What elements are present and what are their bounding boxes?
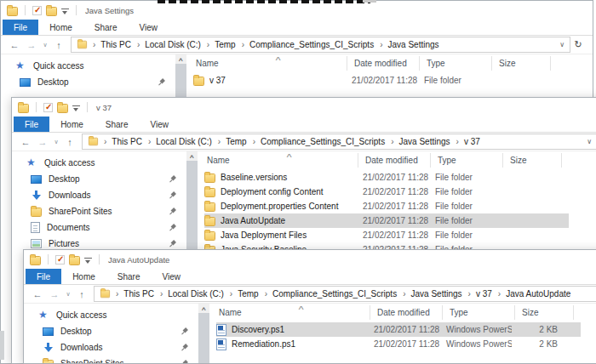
sidebar-item-sharepoint-sites[interactable]: SharePoint Sites [24,355,198,363]
column-header-type[interactable]: Type [430,153,502,168]
tab-home[interactable]: Home [38,20,83,35]
column-header-name[interactable]: Name [204,153,358,168]
qat-new-folder-icon[interactable] [57,104,68,113]
column-header-name[interactable]: Name [193,56,347,71]
history-dropdown-icon[interactable] [40,42,50,48]
qat-properties-icon[interactable] [43,103,53,112]
sidebar-item-downloads[interactable]: Downloads [12,187,186,203]
desktop-icon [43,327,54,336]
forward-icon[interactable] [34,137,51,147]
qat-properties-icon[interactable] [32,6,42,15]
column-header-size[interactable]: Size [502,153,562,168]
breadcrumb-segment[interactable]: Java Settings [375,40,439,49]
titlebar[interactable]: Java Settings [1,1,593,20]
column-header-type[interactable]: Type [419,56,491,71]
file-row[interactable]: v 37 21/02/2017 11:28 File folder [193,73,558,88]
breadcrumb-segment[interactable]: Temp [225,289,260,299]
tab-home[interactable]: Home [49,117,95,132]
sidebar-item-quick-access[interactable]: Quick access [12,155,186,171]
breadcrumb-segment[interactable]: Local Disk (C:) [132,40,202,49]
sidebar-item-downloads[interactable]: Downloads [24,339,198,355]
breadcrumb-segment[interactable]: This PC [111,289,155,299]
tab-share[interactable]: Share [95,117,140,132]
column-header-date-modified[interactable]: Date modified [347,56,419,71]
file-row[interactable]: Deployment.properties Content 21/02/2017… [204,199,569,213]
tab-view[interactable]: View [140,117,181,132]
address-dropdown-icon[interactable] [559,41,564,48]
scroll-up-icon[interactable] [179,54,182,64]
history-dropdown-icon[interactable] [51,139,61,145]
breadcrumb-segment[interactable]: Compliance_Settings_CI_Scripts [237,40,375,49]
breadcrumb-segment[interactable]: Java AutoUpdate [493,289,572,299]
file-row[interactable]: Baseline.versions 21/02/2017 11:28 File … [204,170,569,185]
breadcrumb-segment[interactable]: Temp [202,40,237,49]
qat-new-folder-icon[interactable] [46,7,57,16]
column-header-date-modified[interactable]: Date modified [358,153,430,168]
column-header-size[interactable]: Size [491,56,551,71]
sidebar-item-desktop[interactable]: Desktop [24,323,198,339]
up-icon[interactable] [73,289,90,299]
tab-share[interactable]: Share [106,269,152,284]
address-bar[interactable]: This PC Local Disk (C:) Temp Compliance_… [94,286,596,302]
qat-dropdown-icon[interactable] [61,9,69,14]
breadcrumb-segment[interactable]: This PC [88,40,132,49]
tab-file[interactable]: File [14,117,49,132]
qat-properties-icon[interactable] [55,255,65,264]
back-icon[interactable] [6,40,23,50]
back-icon[interactable] [17,137,34,147]
breadcrumb-segment[interactable]: Local Disk (C:) [155,289,225,299]
qat-dropdown-icon[interactable] [72,105,80,111]
sidebar-item-documents[interactable]: Documents [12,219,186,236]
column-header-date-modified[interactable]: Date modified [370,305,442,320]
tab-share[interactable]: Share [83,20,129,35]
explorer-window-java-autoupdate: Java AutoUpdate File Home Share View Thi… [23,249,596,364]
refresh-icon[interactable] [570,39,586,50]
sidebar-item-quick-access[interactable]: Quick access [1,58,175,74]
nav-scrollbar[interactable] [198,304,209,363]
breadcrumb-segment[interactable]: Local Disk (C:) [143,137,213,146]
forward-icon[interactable] [46,289,63,299]
sidebar-item-desktop[interactable]: Desktop [1,74,175,90]
pin-icon [166,173,178,185]
tab-file[interactable]: File [26,269,61,284]
qat-new-folder-icon[interactable] [69,256,80,265]
address-bar[interactable]: This PC Local Disk (C:) Temp Compliance_… [71,37,570,53]
breadcrumb-segment[interactable]: Temp [213,137,248,146]
up-icon[interactable] [50,40,67,50]
up-icon[interactable] [61,137,78,147]
address-bar[interactable]: This PC Local Disk (C:) Temp Compliance_… [82,134,596,150]
tab-home[interactable]: Home [61,269,106,284]
scrollbar-thumb[interactable] [198,313,209,363]
breadcrumb-segment[interactable]: v 37 [451,137,481,146]
history-dropdown-icon[interactable] [63,291,73,298]
titlebar[interactable]: v 37 [12,98,596,117]
column-header-size[interactable]: Size [514,305,574,320]
sidebar-item-sharepoint-sites[interactable]: SharePoint Sites [12,203,186,219]
tab-view[interactable]: View [129,20,169,35]
breadcrumb-segment[interactable]: This PC [99,137,143,146]
file-row[interactable]: Java Deployment Files 21/02/2017 11:28 F… [204,228,569,242]
breadcrumb-segment[interactable]: Compliance_Settings_CI_Scripts [260,289,398,299]
column-header-type[interactable]: Type [442,305,514,320]
scroll-up-icon[interactable] [190,151,193,161]
file-row-selected[interactable]: Java AutoUpdate 21/02/2017 11:28 File fo… [204,213,569,228]
sidebar-item-desktop[interactable]: Desktop [12,171,186,187]
breadcrumb-segment[interactable]: Compliance_Settings_CI_Scripts [248,137,387,146]
tab-file[interactable]: File [3,20,38,35]
back-icon[interactable] [29,289,46,299]
file-row[interactable]: Deployment config Content 21/02/2017 11:… [204,185,569,199]
address-dropdown-icon[interactable] [587,138,592,145]
tab-view[interactable]: View [152,269,192,284]
breadcrumb-segment[interactable]: Java Settings [386,137,450,146]
file-row[interactable]: Remediation.ps1 21/02/2017 11:28 Windows… [216,337,581,351]
scroll-up-icon[interactable] [202,304,205,313]
qat-dropdown-icon[interactable] [84,258,92,264]
file-row-selected[interactable]: Discovery.ps1 21/02/2017 11:28 Windows P… [216,322,581,337]
breadcrumb-segment[interactable]: v 37 [463,289,493,299]
column-header-name[interactable]: Name [216,305,370,320]
breadcrumb-segment[interactable]: Java Settings [398,289,462,299]
forward-icon[interactable] [23,40,40,50]
titlebar[interactable]: Java AutoUpdate [24,250,596,269]
sidebar-item-quick-access[interactable]: Quick access [24,307,198,323]
pin-icon [166,237,178,249]
